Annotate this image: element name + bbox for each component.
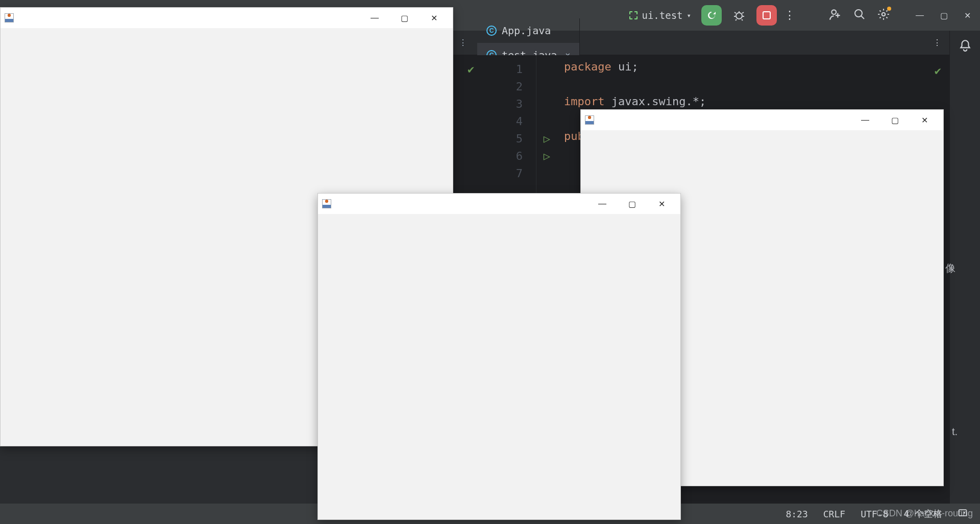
java-cup-icon	[5, 13, 14, 22]
editor-more-icon[interactable]: ⋮	[933, 38, 941, 47]
rerun-icon	[706, 10, 717, 20]
code-line[interactable]: package ui;	[564, 60, 949, 78]
analysis-ok-icon: ✔	[935, 64, 941, 77]
gutter-line: 4	[449, 112, 536, 130]
swing-window-2[interactable]: —▢✕	[317, 193, 681, 520]
more-toolbar-icon[interactable]: ⋮	[784, 9, 795, 22]
svg-rect-1	[763, 12, 770, 19]
tab-label: App.java	[502, 25, 551, 37]
swing-minimize-button[interactable]: —	[850, 110, 880, 130]
ide-close-button[interactable]: ✕	[964, 11, 971, 20]
svg-point-4	[882, 13, 886, 16]
editor-tab-App-java[interactable]: CApp.java	[477, 18, 580, 43]
settings-badge	[887, 7, 891, 11]
run-config-icon	[629, 11, 638, 19]
svg-point-0	[736, 13, 742, 19]
swing-client-area[interactable]	[318, 214, 680, 519]
code-line[interactable]	[564, 78, 949, 95]
line-separator[interactable]: CRLF	[823, 509, 845, 519]
watermark: CSDN @hacker-routing	[876, 508, 973, 519]
gutter-line: 6▷	[449, 147, 536, 164]
swing-window-controls: —▢✕	[360, 8, 449, 28]
caret-position[interactable]: 8:23	[786, 509, 807, 519]
stop-icon	[763, 11, 771, 19]
code-with-me-icon[interactable]	[829, 8, 842, 23]
svg-point-2	[831, 10, 836, 14]
toolbar-right-group	[829, 8, 890, 23]
java-cup-icon	[585, 115, 594, 125]
swing-window-controls: —▢✕	[850, 110, 939, 130]
swing-close-button[interactable]: ✕	[419, 8, 449, 28]
java-class-icon: C	[486, 26, 497, 36]
svg-point-3	[855, 10, 862, 17]
java-cup-icon	[322, 199, 331, 208]
gutter-line: 2	[449, 78, 536, 95]
ide-maximize-button[interactable]: ▢	[940, 11, 948, 20]
ide-minimize-button[interactable]: —	[916, 11, 924, 20]
swing-maximize-button[interactable]: ▢	[389, 8, 419, 28]
gutter-line: 3	[449, 95, 536, 112]
swing-window-controls: —▢✕	[587, 194, 676, 214]
settings-icon[interactable]	[877, 8, 890, 23]
swing-minimize-button[interactable]: —	[587, 194, 617, 214]
swing-close-button[interactable]: ✕	[647, 194, 676, 214]
bug-icon	[733, 9, 745, 21]
swing-minimize-button[interactable]: —	[360, 8, 389, 28]
truncated-text-2: t.	[952, 426, 958, 438]
notifications-icon[interactable]	[959, 39, 972, 54]
ide-window-controls: — ▢ ✕	[916, 11, 971, 20]
run-config-label: ui.test	[642, 10, 682, 21]
gutter-line: ✔1	[449, 60, 536, 78]
swing-maximize-button[interactable]: ▢	[617, 194, 647, 214]
run-config-selector[interactable]: ui.test ▾	[629, 10, 691, 21]
truncated-text-1: 像	[945, 261, 955, 275]
search-icon[interactable]	[853, 8, 866, 22]
gutter-line: 5▷	[449, 130, 536, 147]
gutter-line: 7	[449, 164, 536, 182]
debug-button[interactable]	[729, 5, 749, 26]
swing-titlebar[interactable]: —▢✕	[318, 194, 680, 214]
swing-close-button[interactable]: ✕	[910, 110, 939, 130]
chevron-down-icon: ▾	[687, 11, 691, 19]
tab-menu-icon[interactable]: ⋮	[459, 38, 467, 47]
swing-maximize-button[interactable]: ▢	[880, 110, 910, 130]
swing-titlebar[interactable]: —▢✕	[581, 110, 943, 130]
run-button[interactable]	[701, 5, 722, 26]
swing-titlebar[interactable]: —▢✕	[1, 8, 453, 28]
vcs-ok-icon: ✔	[468, 63, 474, 76]
stop-button[interactable]	[756, 5, 777, 26]
